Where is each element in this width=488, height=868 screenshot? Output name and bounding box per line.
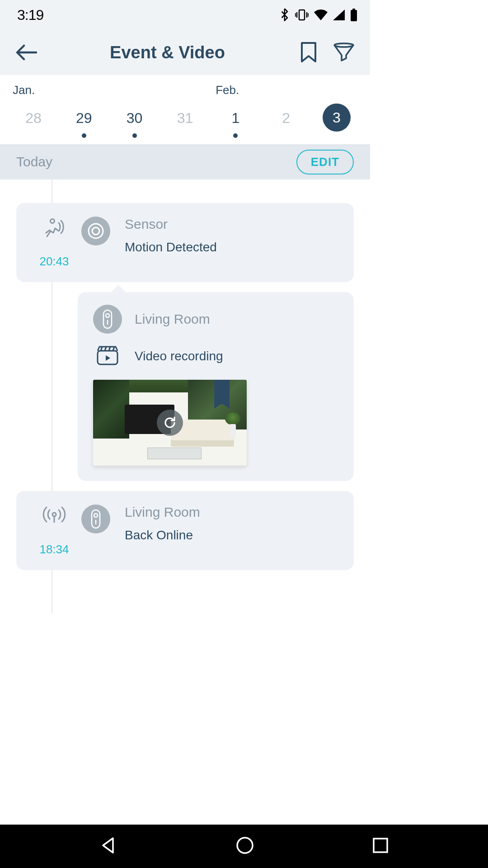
- calendar-strip: Jan. Feb. 28 29 30 31 1 2 3: [0, 75, 370, 144]
- calendar-day[interactable]: 2: [272, 104, 300, 132]
- attachment-action: Video recording: [135, 349, 223, 363]
- clapperboard-icon: [96, 344, 119, 368]
- month-label-2: Feb.: [216, 83, 239, 97]
- camera-device-icon: [93, 305, 122, 334]
- svg-point-3: [51, 219, 55, 223]
- bookmark-icon: [300, 42, 317, 63]
- page-title: Event & Video: [39, 43, 296, 62]
- reload-icon: [163, 415, 177, 430]
- event-dot-icon: [82, 133, 86, 138]
- edit-button[interactable]: EDIT: [296, 150, 354, 175]
- event-source: Sensor: [125, 217, 217, 232]
- section-bar: Today EDIT: [0, 144, 370, 179]
- camera-device-icon: [81, 505, 110, 533]
- event-dot-icon: [233, 133, 238, 138]
- funnel-icon: [333, 42, 355, 62]
- calendar-day[interactable]: 1: [221, 104, 250, 138]
- calendar-day-selected[interactable]: 3: [322, 104, 351, 132]
- reload-button[interactable]: [157, 410, 183, 436]
- svg-rect-1: [351, 10, 357, 21]
- bookmark-button[interactable]: [296, 40, 321, 65]
- motion-icon: [42, 217, 67, 242]
- bookmark-flag-icon: [214, 380, 230, 404]
- day-number: 31: [177, 104, 193, 132]
- arrow-left-icon: [15, 44, 37, 61]
- app-header: Event & Video: [0, 30, 370, 75]
- svg-point-7: [106, 314, 109, 317]
- sensor-device-icon: [81, 217, 110, 245]
- calendar-day[interactable]: 30: [120, 104, 149, 138]
- vibrate-icon: [295, 9, 309, 21]
- svg-rect-0: [299, 10, 305, 20]
- svg-rect-12: [92, 510, 100, 528]
- calendar-days: 28 29 30 31 1 2 3: [0, 104, 370, 138]
- event-message: Back Online: [125, 528, 200, 542]
- battery-icon: [350, 9, 357, 21]
- event-card-online[interactable]: 18:34 Living Room Back Online: [16, 491, 354, 570]
- day-number: 29: [76, 104, 92, 132]
- back-button[interactable]: [14, 40, 39, 65]
- event-time: 18:34: [39, 542, 69, 557]
- filter-button[interactable]: [331, 40, 357, 65]
- event-source: Living Room: [125, 505, 200, 520]
- calendar-day[interactable]: 29: [70, 104, 99, 138]
- event-timeline[interactable]: 20:43 Sensor Motion Detected Living Room…: [0, 179, 370, 613]
- day-number: 28: [25, 104, 42, 132]
- thumb-scene: [93, 380, 129, 439]
- month-label-1: Jan.: [13, 83, 35, 97]
- calendar-day[interactable]: 28: [19, 104, 48, 132]
- event-dot-icon: [132, 133, 137, 138]
- event-card-motion[interactable]: 20:43 Sensor Motion Detected: [16, 203, 354, 282]
- event-message: Motion Detected: [125, 240, 217, 255]
- video-thumbnail[interactable]: [93, 380, 247, 466]
- svg-point-10: [52, 513, 56, 516]
- thumb-scene: [225, 412, 240, 425]
- day-number: 1: [231, 104, 239, 132]
- signal-icon: [42, 505, 67, 530]
- day-number: 2: [282, 104, 290, 132]
- attachment-source: Living Room: [135, 311, 210, 327]
- day-number: 30: [127, 104, 143, 132]
- day-number: 3: [323, 104, 351, 132]
- event-time: 20:43: [39, 255, 69, 269]
- calendar-day[interactable]: 31: [170, 104, 199, 132]
- calendar-months: Jan. Feb.: [0, 83, 370, 97]
- status-time: 3:19: [17, 7, 43, 24]
- bluetooth-icon: [281, 8, 290, 22]
- status-bar: 3:19: [0, 0, 370, 30]
- svg-point-4: [89, 224, 103, 238]
- svg-point-5: [92, 227, 99, 235]
- svg-rect-6: [103, 310, 112, 328]
- svg-point-13: [94, 514, 98, 517]
- section-title: Today: [16, 154, 52, 170]
- svg-rect-2: [352, 9, 355, 10]
- thumb-scene: [147, 448, 202, 459]
- status-icons: [281, 8, 357, 22]
- cellular-icon: [333, 9, 345, 20]
- event-attachment-card[interactable]: Living Room Video recording: [78, 292, 354, 481]
- wifi-icon: [314, 9, 328, 20]
